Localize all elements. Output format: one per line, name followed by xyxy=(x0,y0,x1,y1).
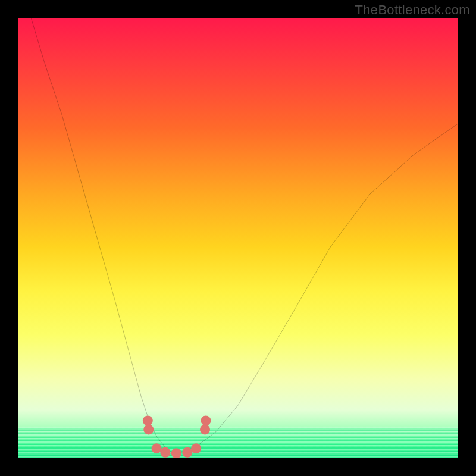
marker-dot xyxy=(201,416,211,426)
marker-dot xyxy=(200,424,210,434)
watermark-text: TheBottleneck.com xyxy=(355,2,470,18)
series-left-branch xyxy=(31,18,176,454)
marker-dot xyxy=(182,447,192,458)
marker-dot xyxy=(152,443,162,453)
series-right-branch xyxy=(176,124,458,454)
marker-dot xyxy=(160,447,170,458)
line-right-branch xyxy=(176,124,458,454)
chart-frame: TheBottleneck.com xyxy=(0,0,476,476)
plot-area xyxy=(18,18,458,458)
marker-dot xyxy=(191,443,201,453)
line-left-branch xyxy=(31,18,176,454)
marker-dot xyxy=(171,448,181,458)
marker-dot xyxy=(143,424,154,434)
curve-layer xyxy=(18,18,458,458)
highlight-markers xyxy=(143,416,211,458)
marker-dot xyxy=(143,416,153,426)
